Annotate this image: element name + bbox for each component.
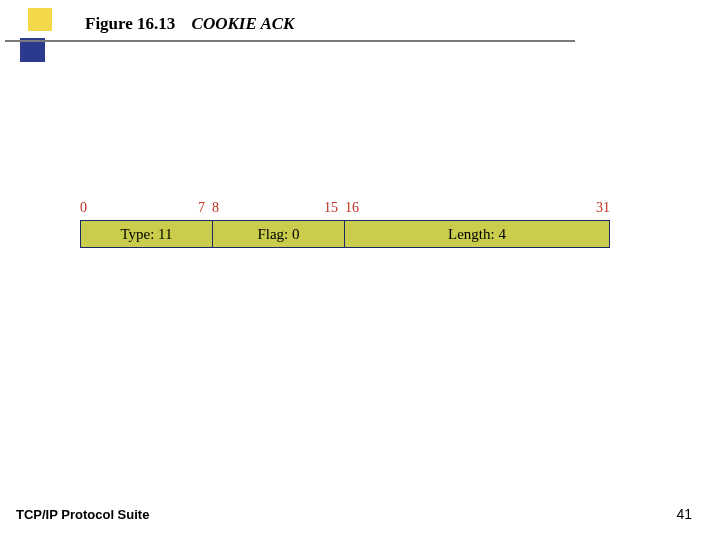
field-row: Type: 11 Flag: 0 Length: 4 [80, 220, 610, 248]
bit-label-0: 0 [80, 200, 87, 216]
figure-heading: Figure 16.13 COOKIE ACK [85, 14, 294, 34]
logo-yellow-square [28, 8, 52, 31]
bit-label-7: 7 [198, 200, 205, 216]
figure-number: Figure 16.13 [85, 14, 175, 33]
bit-label-8: 8 [212, 200, 219, 216]
field-length: Length: 4 [345, 221, 609, 247]
bit-label-31: 31 [596, 200, 610, 216]
bit-label-16: 16 [345, 200, 359, 216]
heading-rule [5, 40, 575, 42]
bit-ruler: 0 7 8 15 16 31 [80, 200, 610, 220]
packet-format-diagram: 0 7 8 15 16 31 Type: 11 Flag: 0 Length: … [80, 200, 610, 248]
page-number: 41 [676, 506, 692, 522]
footer-suite: TCP/IP Protocol Suite [16, 507, 149, 522]
slide-logo [20, 8, 54, 68]
field-type: Type: 11 [81, 221, 213, 247]
bit-label-15: 15 [324, 200, 338, 216]
field-flag: Flag: 0 [213, 221, 345, 247]
figure-title: COOKIE ACK [192, 14, 295, 33]
